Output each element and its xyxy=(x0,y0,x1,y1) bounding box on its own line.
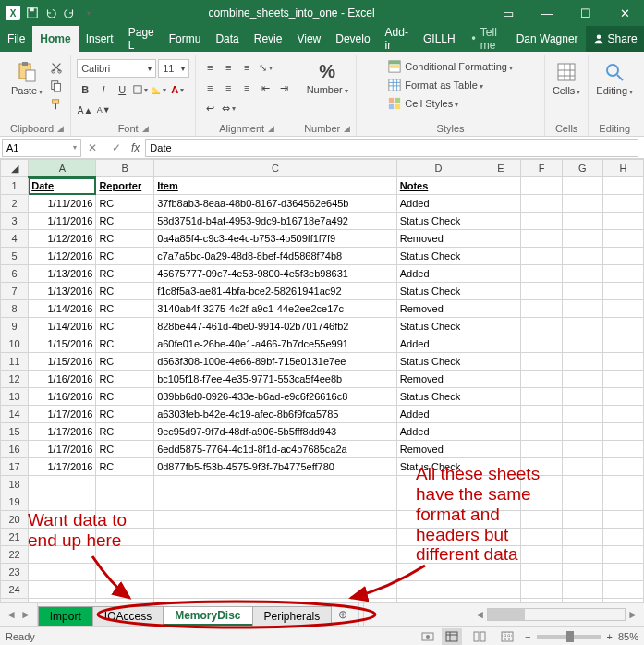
header-cell[interactable]: Reporter xyxy=(96,177,154,195)
conditional-formatting-button[interactable]: Conditional Formatting xyxy=(386,59,515,74)
align-left-icon[interactable]: ≡ xyxy=(201,79,218,96)
cell[interactable]: RC xyxy=(96,353,154,371)
tab-formulas[interactable]: Formu xyxy=(162,26,209,52)
tell-me[interactable]: Tell me xyxy=(463,26,509,52)
fx-icon[interactable]: fx xyxy=(131,141,140,154)
cell[interactable]: bc105f18-f7ee-4e35-9771-553ca5f4ee8b xyxy=(154,371,397,388)
scroll-right-icon[interactable]: ► xyxy=(627,608,638,621)
row-header[interactable]: 14 xyxy=(1,406,29,423)
cell[interactable]: RC xyxy=(96,318,154,335)
row-header[interactable]: 21 xyxy=(1,529,29,546)
ribbon-options-icon[interactable]: ▭ xyxy=(489,0,528,26)
cell[interactable]: Removed xyxy=(396,300,480,318)
cut-icon[interactable] xyxy=(48,59,65,76)
cell[interactable]: 1/17/2016 xyxy=(29,406,96,423)
cell[interactable]: 1/16/2016 xyxy=(29,371,96,388)
cell[interactable]: RC xyxy=(96,265,154,283)
maximize-button[interactable]: ☐ xyxy=(566,0,605,26)
user-name[interactable]: Dan Wagner xyxy=(509,26,586,52)
tab-insert[interactable]: Insert xyxy=(79,26,121,52)
undo-icon[interactable] xyxy=(44,6,57,19)
editing-button[interactable]: Editing xyxy=(594,59,635,98)
cell[interactable]: 6edd5875-7764-4c1d-8f1d-ac4b7685ca2a xyxy=(154,441,397,458)
cell[interactable]: Status Check xyxy=(396,283,480,300)
cell[interactable]: Status Check xyxy=(396,388,480,406)
zoom-level[interactable]: 85% xyxy=(618,631,638,642)
tab-addins[interactable]: Add-ir xyxy=(378,26,416,52)
cell[interactable]: RC xyxy=(96,300,154,318)
shrink-font-icon[interactable]: A▼ xyxy=(95,102,112,118)
header-cell[interactable]: Date xyxy=(29,177,96,195)
font-color-button[interactable]: A xyxy=(169,81,186,98)
minimize-button[interactable]: — xyxy=(528,0,566,26)
number-launcher[interactable]: ◢ xyxy=(344,124,350,133)
cell[interactable]: d563f308-100e-4e66-89bf-715e0131e7ee xyxy=(154,353,397,371)
cell[interactable]: Status Check xyxy=(396,458,480,476)
format-as-table-button[interactable]: Format as Table xyxy=(386,78,485,92)
cell[interactable]: a60fe01e-26be-40e1-a466-7b7dce55e991 xyxy=(154,335,397,353)
split-handle[interactable] xyxy=(358,603,364,626)
row-header[interactable]: 11 xyxy=(1,353,29,371)
col-header[interactable]: B xyxy=(96,160,154,177)
macro-record-icon[interactable] xyxy=(421,630,434,643)
cell[interactable]: 0a4a85f4-c9c3-4e4c-b753-4b509ff1f7f9 xyxy=(154,230,397,248)
col-header[interactable]: C xyxy=(154,160,397,177)
cell[interactable]: Removed xyxy=(396,371,480,388)
increase-indent-icon[interactable]: ⇥ xyxy=(275,79,292,96)
row-header[interactable]: 24 xyxy=(1,581,29,599)
cell[interactable]: 1/16/2016 xyxy=(29,388,96,406)
cell[interactable]: Added xyxy=(396,195,480,213)
cell[interactable]: a6303feb-b42e-4c19-afec-8b6f9fca5785 xyxy=(154,406,397,423)
row-header[interactable]: 3 xyxy=(1,213,29,230)
sheet-tab-peripherals[interactable]: Peripherals xyxy=(252,606,333,626)
row-header[interactable]: 7 xyxy=(1,283,29,300)
cell[interactable]: Removed xyxy=(396,230,480,248)
close-button[interactable]: ✕ xyxy=(605,0,644,26)
grid[interactable]: ◢ABCDEFGH1DateReporterItemNotes21/11/201… xyxy=(0,159,644,602)
align-top-icon[interactable]: ≡ xyxy=(201,59,218,76)
cell[interactable]: 9ec95d97-9f7d-48df-a906-5b5fff8dd943 xyxy=(154,423,397,441)
row-header[interactable]: 8 xyxy=(1,300,29,318)
cell[interactable]: 1/15/2016 xyxy=(29,353,96,371)
view-page-break-button[interactable] xyxy=(497,628,517,645)
tab-page-layout[interactable]: Page L xyxy=(121,26,162,52)
cell[interactable]: 58d3751d-b4af-4953-9dc9-b16718e7a492 xyxy=(154,213,397,230)
row-header[interactable]: 9 xyxy=(1,318,29,335)
cell[interactable]: 3140ab4f-3275-4c2f-a9c1-44e2ee2ce17c xyxy=(154,300,397,318)
cell[interactable]: RC xyxy=(96,248,154,265)
view-page-layout-button[interactable] xyxy=(469,628,490,645)
zoom-out-button[interactable]: − xyxy=(525,631,530,642)
cell[interactable]: Status Check xyxy=(396,248,480,265)
cell[interactable]: Status Check xyxy=(396,353,480,371)
cell[interactable]: 1/11/2016 xyxy=(29,195,96,213)
cell[interactable]: RC xyxy=(96,283,154,300)
sheet-tab-ioaccess[interactable]: IOAccess xyxy=(92,606,164,626)
add-sheet-button[interactable]: ⊕ xyxy=(331,603,355,626)
cell[interactable]: 1/12/2016 xyxy=(29,230,96,248)
row-header[interactable]: 17 xyxy=(1,458,29,476)
cell[interactable]: 1/14/2016 xyxy=(29,300,96,318)
tab-data[interactable]: Data xyxy=(208,26,246,52)
horizontal-scrollbar[interactable] xyxy=(487,608,626,621)
cell[interactable]: Status Check xyxy=(396,213,480,230)
save-icon[interactable] xyxy=(26,6,39,19)
cell[interactable]: Added xyxy=(396,423,480,441)
zoom-in-button[interactable]: + xyxy=(607,631,613,642)
enter-formula-icon[interactable]: ✓ xyxy=(107,141,126,154)
cell[interactable]: 1/13/2016 xyxy=(29,283,96,300)
cell[interactable]: 1/15/2016 xyxy=(29,335,96,353)
row-header[interactable]: 23 xyxy=(1,564,29,581)
zoom-slider[interactable] xyxy=(537,635,601,639)
cell[interactable]: 1/11/2016 xyxy=(29,213,96,230)
row-header[interactable]: 22 xyxy=(1,546,29,564)
tab-developer[interactable]: Develo xyxy=(328,26,377,52)
cells-button[interactable]: Cells xyxy=(551,59,582,98)
cell[interactable]: 1/13/2016 xyxy=(29,265,96,283)
alignment-launcher[interactable]: ◢ xyxy=(268,124,274,133)
cell[interactable]: Status Check xyxy=(396,318,480,335)
cell[interactable]: 1/17/2016 xyxy=(29,441,96,458)
cell[interactable]: 37fb8ab3-8eaa-48b0-8167-d364562e645b xyxy=(154,195,397,213)
name-box[interactable]: A1▾ xyxy=(2,139,81,157)
row-header[interactable]: 5 xyxy=(1,248,29,265)
cell[interactable]: RC xyxy=(96,195,154,213)
